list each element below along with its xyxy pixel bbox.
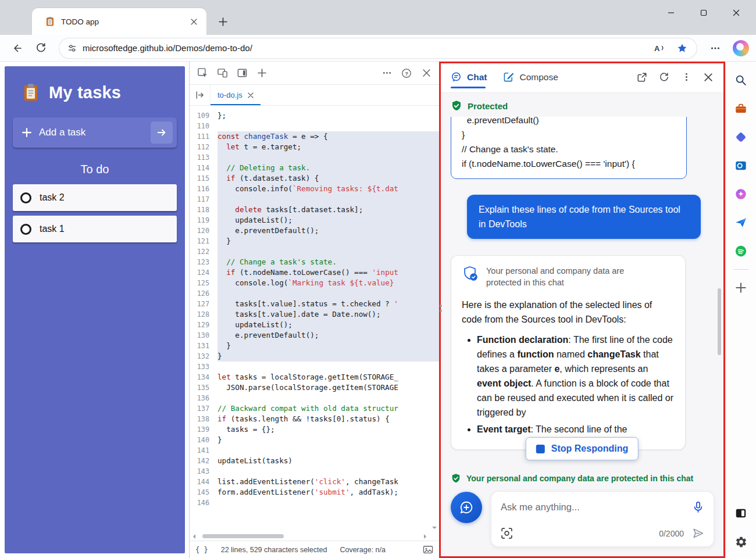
chat-input-card[interactable]: 0/2000 [491, 492, 714, 546]
line-number[interactable]: 141 [190, 445, 217, 456]
chat-input[interactable] [501, 502, 686, 513]
code-line[interactable]: 121 } [190, 236, 439, 246]
code-line[interactable]: 136 [190, 393, 439, 403]
favorite-star-icon[interactable] [673, 40, 691, 56]
line-number[interactable]: 130 [190, 330, 217, 341]
new-tab-button[interactable] [214, 13, 231, 30]
code-line[interactable]: 113 [190, 152, 439, 163]
code-line[interactable]: 123 // Change a task's state. [190, 257, 439, 267]
outlook-icon[interactable] [730, 155, 751, 176]
code-line[interactable]: 142updateList(tasks) [190, 456, 439, 466]
code-editor[interactable]: 109};110 111const changeTask = e => {112… [190, 106, 439, 541]
chat-scrollbar-thumb[interactable] [718, 288, 721, 355]
address-bar[interactable]: microsoftedge.github.io/Demos/demo-to-do… [59, 38, 697, 58]
copilot-close-icon[interactable] [698, 67, 718, 87]
tab-close-icon[interactable] [187, 15, 201, 28]
line-number[interactable]: 133 [190, 362, 217, 372]
line-number[interactable]: 112 [190, 142, 217, 152]
screenshot-status-icon[interactable] [423, 545, 433, 555]
line-number[interactable]: 116 [190, 184, 217, 194]
show-navigator-icon[interactable] [190, 85, 211, 105]
code-line[interactable]: 125 console.log(`Marking task ${t.value} [190, 278, 439, 288]
code-line[interactable]: 131 } [190, 341, 439, 351]
line-number[interactable]: 145 [190, 487, 217, 498]
devtools-close-icon[interactable] [417, 65, 436, 82]
code-line[interactable]: 124 if (t.nodeName.toLowerCase() === 'in… [190, 267, 439, 278]
line-number[interactable]: 131 [190, 341, 217, 351]
drop-icon[interactable] [730, 212, 751, 233]
url-text[interactable]: microsoftedge.github.io/Demos/demo-to-do… [83, 43, 644, 53]
search-icon[interactable] [730, 70, 751, 91]
horizontal-scroll-thumb[interactable] [202, 534, 284, 538]
code-line[interactable]: 122 [190, 246, 439, 257]
line-number[interactable]: 114 [190, 163, 217, 173]
scroll-down-arrow[interactable] [430, 523, 438, 531]
horizontal-scrollbar[interactable] [190, 532, 430, 541]
new-topic-button[interactable] [451, 492, 482, 523]
code-line[interactable]: 146 [190, 498, 439, 508]
hide-sidebar-icon[interactable] [730, 503, 751, 524]
file-tab-to-do-js[interactable]: to-do.js [211, 85, 261, 105]
line-number[interactable]: 120 [190, 226, 217, 236]
open-in-new-window-icon[interactable] [632, 67, 652, 87]
add-sidebar-app-icon[interactable] [730, 277, 751, 298]
spotify-icon[interactable] [730, 241, 751, 262]
code-line[interactable]: 112 let t = e.target; [190, 142, 439, 152]
line-number[interactable]: 125 [190, 278, 217, 288]
toolbox-icon[interactable] [730, 98, 751, 119]
code-line[interactable]: 116 console.info(`Removing tasks: ${t.da… [190, 184, 439, 194]
code-line[interactable]: 115 if (t.dataset.task) { [190, 173, 439, 184]
settings-more-icon[interactable] [705, 38, 726, 58]
line-number[interactable]: 127 [190, 299, 217, 309]
file-tab-close-icon[interactable] [248, 92, 254, 98]
code-line[interactable]: 126 [190, 288, 439, 299]
line-number[interactable]: 144 [190, 477, 217, 487]
dock-side-icon[interactable] [233, 65, 251, 82]
line-number[interactable]: 111 [190, 131, 217, 142]
code-line[interactable]: 139 tasks = {}; [190, 424, 439, 435]
code-line[interactable]: 117 [190, 194, 439, 205]
line-number[interactable]: 118 [190, 205, 217, 215]
code-line[interactable]: 135 JSON.parse(localStorage.getItem(STOR… [190, 382, 439, 393]
screenshot-capture-icon[interactable] [501, 527, 513, 539]
line-number[interactable]: 110 [190, 121, 217, 131]
line-number[interactable]: 132 [190, 351, 217, 362]
scroll-left-arrow[interactable] [190, 532, 199, 541]
device-toolbar-icon[interactable] [213, 65, 231, 82]
code-line[interactable]: 137// Backward compat with old data stru… [190, 403, 439, 414]
line-number[interactable]: 137 [190, 403, 217, 414]
code-line[interactable]: 114 // Deleting a task. [190, 163, 439, 173]
line-number[interactable]: 143 [190, 466, 217, 477]
line-number[interactable]: 142 [190, 456, 217, 466]
code-line[interactable]: 110 [190, 121, 439, 131]
code-line[interactable]: 128 tasks[t.value].date = Date.now(); [190, 309, 439, 320]
image-creator-icon[interactable] [730, 184, 751, 205]
code-line[interactable]: 129 updateList(); [190, 320, 439, 330]
refresh-button[interactable] [30, 38, 51, 58]
line-number[interactable]: 135 [190, 382, 217, 393]
code-line[interactable]: 134let tasks = localStorage.getItem(STOR… [190, 372, 439, 382]
task-checkbox[interactable] [20, 224, 31, 235]
line-number[interactable]: 117 [190, 194, 217, 205]
copilot-toolbar-icon[interactable] [733, 40, 749, 56]
read-aloud-icon[interactable]: A [650, 40, 668, 56]
line-number[interactable]: 128 [190, 309, 217, 320]
chat-scroll-area[interactable]: e.preventDefault()}// Change a task's st… [439, 117, 725, 467]
task-row[interactable]: task 1 [13, 216, 177, 242]
add-task-submit-button[interactable] [151, 121, 173, 144]
sidebar-resize-handle[interactable] [440, 305, 442, 312]
line-number[interactable]: 109 [190, 110, 217, 121]
code-line[interactable]: 140} [190, 435, 439, 445]
line-number[interactable]: 124 [190, 267, 217, 278]
line-number[interactable]: 138 [190, 414, 217, 424]
task-row[interactable]: task 2 [13, 184, 177, 211]
microphone-icon[interactable] [692, 501, 704, 513]
tab-compose[interactable]: Compose [503, 62, 558, 92]
scroll-right-arrow[interactable] [420, 532, 430, 541]
browser-tab[interactable]: TODO app [32, 8, 206, 35]
refresh-chat-icon[interactable] [654, 67, 674, 87]
code-line[interactable]: 133 [190, 362, 439, 372]
code-line[interactable]: 138if (tasks.length && !tasks[0].status)… [190, 414, 439, 424]
line-number[interactable]: 121 [190, 236, 217, 246]
copilot-more-icon[interactable] [676, 67, 696, 87]
